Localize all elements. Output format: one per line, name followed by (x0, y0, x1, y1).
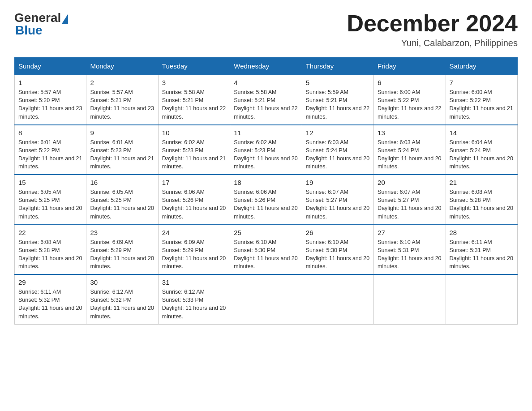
day-number: 3 (162, 79, 226, 86)
table-row: 29Sunrise: 6:11 AMSunset: 5:32 PMDayligh… (15, 274, 86, 324)
calendar-week-row: 29Sunrise: 6:11 AMSunset: 5:32 PMDayligh… (15, 274, 518, 324)
table-row: 13Sunrise: 6:03 AMSunset: 5:24 PMDayligh… (374, 125, 446, 175)
table-row: 22Sunrise: 6:08 AMSunset: 5:28 PMDayligh… (15, 225, 86, 275)
day-number: 8 (18, 129, 82, 137)
day-number: 13 (378, 129, 442, 137)
day-number: 30 (90, 278, 154, 286)
calendar-week-row: 1Sunrise: 5:57 AMSunset: 5:20 PMDaylight… (15, 75, 518, 125)
logo-blue-text: Blue (14, 23, 43, 38)
day-info: Sunrise: 6:04 AMSunset: 5:24 PMDaylight:… (450, 138, 514, 171)
table-row: 10Sunrise: 6:02 AMSunset: 5:23 PMDayligh… (158, 125, 230, 175)
table-row: 11Sunrise: 6:02 AMSunset: 5:23 PMDayligh… (230, 125, 302, 175)
logo-triangle-icon (62, 14, 68, 24)
day-number: 16 (90, 179, 154, 186)
day-number: 28 (450, 229, 514, 236)
calendar-subtitle: Yuni, Calabarzon, Philippines (347, 38, 518, 48)
day-number: 4 (234, 79, 298, 86)
page-header: General Blue December 2024 Yuni, Calabar… (14, 11, 518, 48)
calendar-title: December 2024 (347, 11, 518, 36)
col-wednesday: Wednesday (230, 58, 302, 75)
table-row: 9Sunrise: 6:01 AMSunset: 5:23 PMDaylight… (86, 125, 158, 175)
day-number: 6 (378, 79, 442, 86)
day-info: Sunrise: 6:12 AMSunset: 5:32 PMDaylight:… (90, 288, 154, 321)
day-info: Sunrise: 6:06 AMSunset: 5:26 PMDaylight:… (162, 188, 226, 221)
day-number: 31 (162, 278, 226, 286)
day-number: 15 (18, 179, 82, 186)
table-row (230, 274, 302, 324)
day-number: 11 (234, 129, 298, 137)
day-info: Sunrise: 6:07 AMSunset: 5:27 PMDaylight:… (306, 188, 370, 221)
title-section: December 2024 Yuni, Calabarzon, Philippi… (347, 11, 518, 48)
table-row: 14Sunrise: 6:04 AMSunset: 5:24 PMDayligh… (446, 125, 517, 175)
table-row: 23Sunrise: 6:09 AMSunset: 5:29 PMDayligh… (86, 225, 158, 275)
table-row: 2Sunrise: 5:57 AMSunset: 5:21 PMDaylight… (86, 75, 158, 125)
col-sunday: Sunday (15, 58, 86, 75)
day-info: Sunrise: 5:57 AMSunset: 5:20 PMDaylight:… (18, 88, 82, 121)
col-tuesday: Tuesday (158, 58, 230, 75)
table-row: 18Sunrise: 6:06 AMSunset: 5:26 PMDayligh… (230, 175, 302, 225)
table-row: 15Sunrise: 6:05 AMSunset: 5:25 PMDayligh… (15, 175, 86, 225)
day-info: Sunrise: 6:08 AMSunset: 5:28 PMDaylight:… (450, 188, 514, 221)
day-info: Sunrise: 6:00 AMSunset: 5:22 PMDaylight:… (450, 88, 514, 121)
table-row (446, 274, 517, 324)
logo: General Blue (14, 11, 68, 38)
table-row: 5Sunrise: 5:59 AMSunset: 5:21 PMDaylight… (302, 75, 373, 125)
table-row: 8Sunrise: 6:01 AMSunset: 5:22 PMDaylight… (15, 125, 86, 175)
day-info: Sunrise: 6:00 AMSunset: 5:22 PMDaylight:… (378, 88, 442, 121)
day-info: Sunrise: 5:57 AMSunset: 5:21 PMDaylight:… (90, 88, 154, 121)
table-row: 25Sunrise: 6:10 AMSunset: 5:30 PMDayligh… (230, 225, 302, 275)
day-number: 20 (378, 179, 442, 186)
day-info: Sunrise: 6:10 AMSunset: 5:30 PMDaylight:… (306, 238, 370, 271)
day-info: Sunrise: 6:11 AMSunset: 5:31 PMDaylight:… (450, 238, 514, 271)
day-info: Sunrise: 6:10 AMSunset: 5:30 PMDaylight:… (234, 238, 298, 271)
day-info: Sunrise: 6:05 AMSunset: 5:25 PMDaylight:… (18, 188, 82, 221)
day-number: 14 (450, 129, 514, 137)
table-row: 17Sunrise: 6:06 AMSunset: 5:26 PMDayligh… (158, 175, 230, 225)
day-number: 12 (306, 129, 370, 137)
calendar-week-row: 22Sunrise: 6:08 AMSunset: 5:28 PMDayligh… (15, 225, 518, 275)
table-row: 26Sunrise: 6:10 AMSunset: 5:30 PMDayligh… (302, 225, 373, 275)
table-row: 7Sunrise: 6:00 AMSunset: 5:22 PMDaylight… (446, 75, 517, 125)
day-number: 19 (306, 179, 370, 186)
table-row: 12Sunrise: 6:03 AMSunset: 5:24 PMDayligh… (302, 125, 373, 175)
day-number: 22 (18, 229, 82, 236)
day-info: Sunrise: 6:09 AMSunset: 5:29 PMDaylight:… (90, 238, 154, 271)
table-row: 1Sunrise: 5:57 AMSunset: 5:20 PMDaylight… (15, 75, 86, 125)
day-number: 27 (378, 229, 442, 236)
day-number: 18 (234, 179, 298, 186)
table-row: 30Sunrise: 6:12 AMSunset: 5:32 PMDayligh… (86, 274, 158, 324)
day-info: Sunrise: 6:05 AMSunset: 5:25 PMDaylight:… (90, 188, 154, 221)
table-row: 6Sunrise: 6:00 AMSunset: 5:22 PMDaylight… (374, 75, 446, 125)
calendar-header-row: Sunday Monday Tuesday Wednesday Thursday… (15, 58, 518, 75)
day-number: 7 (450, 79, 514, 86)
day-info: Sunrise: 6:02 AMSunset: 5:23 PMDaylight:… (234, 138, 298, 171)
calendar-week-row: 15Sunrise: 6:05 AMSunset: 5:25 PMDayligh… (15, 175, 518, 225)
day-info: Sunrise: 5:58 AMSunset: 5:21 PMDaylight:… (234, 88, 298, 121)
table-row: 27Sunrise: 6:10 AMSunset: 5:31 PMDayligh… (374, 225, 446, 275)
day-info: Sunrise: 6:01 AMSunset: 5:23 PMDaylight:… (90, 138, 154, 171)
table-row: 28Sunrise: 6:11 AMSunset: 5:31 PMDayligh… (446, 225, 517, 275)
day-info: Sunrise: 6:02 AMSunset: 5:23 PMDaylight:… (162, 138, 226, 171)
day-info: Sunrise: 6:03 AMSunset: 5:24 PMDaylight:… (306, 138, 370, 171)
day-info: Sunrise: 5:59 AMSunset: 5:21 PMDaylight:… (306, 88, 370, 121)
day-number: 23 (90, 229, 154, 236)
day-number: 29 (18, 278, 82, 286)
day-number: 21 (450, 179, 514, 186)
day-number: 17 (162, 179, 226, 186)
day-info: Sunrise: 6:06 AMSunset: 5:26 PMDaylight:… (234, 188, 298, 221)
day-info: Sunrise: 6:03 AMSunset: 5:24 PMDaylight:… (378, 138, 442, 171)
col-saturday: Saturday (446, 58, 517, 75)
day-number: 1 (18, 79, 82, 86)
day-info: Sunrise: 6:08 AMSunset: 5:28 PMDaylight:… (18, 238, 82, 271)
table-row: 31Sunrise: 6:12 AMSunset: 5:33 PMDayligh… (158, 274, 230, 324)
day-info: Sunrise: 5:58 AMSunset: 5:21 PMDaylight:… (162, 88, 226, 121)
table-row: 21Sunrise: 6:08 AMSunset: 5:28 PMDayligh… (446, 175, 517, 225)
calendar-week-row: 8Sunrise: 6:01 AMSunset: 5:22 PMDaylight… (15, 125, 518, 175)
table-row (302, 274, 373, 324)
day-number: 2 (90, 79, 154, 86)
day-info: Sunrise: 6:09 AMSunset: 5:29 PMDaylight:… (162, 238, 226, 271)
table-row: 16Sunrise: 6:05 AMSunset: 5:25 PMDayligh… (86, 175, 158, 225)
table-row: 24Sunrise: 6:09 AMSunset: 5:29 PMDayligh… (158, 225, 230, 275)
table-row (374, 274, 446, 324)
col-friday: Friday (374, 58, 446, 75)
